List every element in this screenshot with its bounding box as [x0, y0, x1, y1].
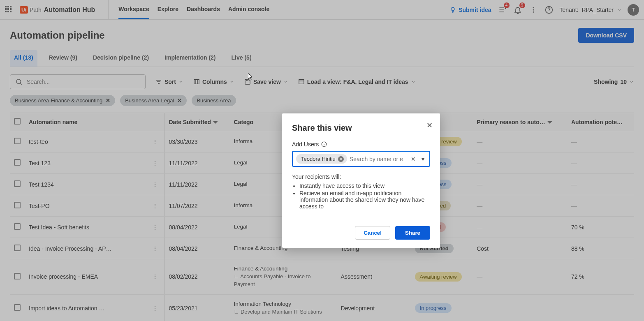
remove-user-icon[interactable]: ✕: [338, 156, 344, 162]
cancel-button[interactable]: Cancel: [355, 226, 390, 240]
user-search-field[interactable]: [350, 156, 407, 162]
add-users-label: Add Users: [292, 141, 430, 148]
info-icon[interactable]: [321, 141, 327, 147]
user-chip: Teodora Hiritiu ✕: [296, 154, 347, 164]
share-view-modal: ✕ Share this view Add Users Teodora Hiri…: [282, 113, 440, 248]
modal-title: Share this view: [292, 123, 430, 133]
recipients-list: Instantly have access to this view Recie…: [299, 182, 430, 210]
modal-overlay[interactable]: ✕ Share this view Add Users Teodora Hiri…: [0, 0, 644, 321]
dropdown-icon[interactable]: ▾: [420, 156, 426, 162]
clear-icon[interactable]: ✕: [409, 156, 417, 162]
share-button[interactable]: Share: [395, 226, 430, 240]
close-icon[interactable]: ✕: [426, 121, 433, 130]
recipients-desc: Your recipients will:: [292, 173, 430, 180]
user-search-input[interactable]: Teodora Hiritiu ✕ ✕ ▾: [292, 151, 430, 167]
